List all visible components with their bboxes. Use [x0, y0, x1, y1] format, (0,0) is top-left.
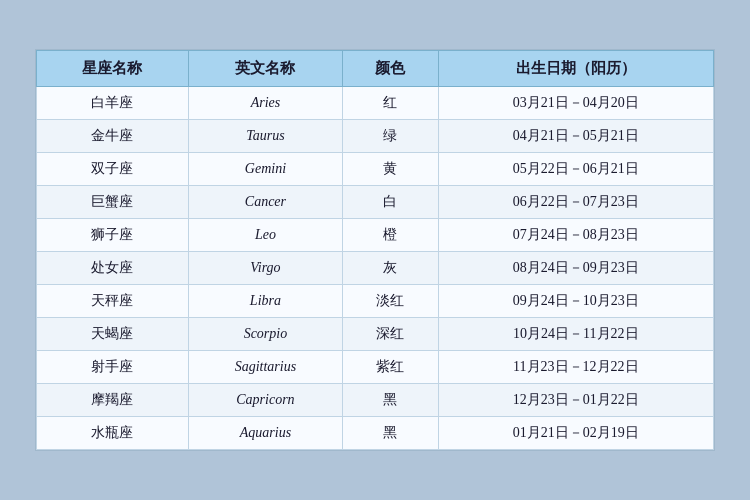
cell-dates: 11月23日－12月22日 — [438, 351, 713, 384]
table-row: 狮子座Leo橙07月24日－08月23日 — [37, 219, 714, 252]
cell-english-name: Sagittarius — [188, 351, 342, 384]
table-row: 双子座Gemini黄05月22日－06月21日 — [37, 153, 714, 186]
cell-color: 白 — [343, 186, 439, 219]
cell-chinese-name: 金牛座 — [37, 120, 189, 153]
cell-dates: 06月22日－07月23日 — [438, 186, 713, 219]
cell-chinese-name: 双子座 — [37, 153, 189, 186]
cell-dates: 10月24日－11月22日 — [438, 318, 713, 351]
cell-chinese-name: 射手座 — [37, 351, 189, 384]
table-row: 水瓶座Aquarius黑01月21日－02月19日 — [37, 417, 714, 450]
table-header-row: 星座名称 英文名称 颜色 出生日期（阳历） — [37, 51, 714, 87]
cell-english-name: Scorpio — [188, 318, 342, 351]
table-row: 摩羯座Capricorn黑12月23日－01月22日 — [37, 384, 714, 417]
cell-color: 淡红 — [343, 285, 439, 318]
header-dates: 出生日期（阳历） — [438, 51, 713, 87]
cell-chinese-name: 摩羯座 — [37, 384, 189, 417]
cell-chinese-name: 狮子座 — [37, 219, 189, 252]
cell-color: 灰 — [343, 252, 439, 285]
header-english-name: 英文名称 — [188, 51, 342, 87]
cell-dates: 08月24日－09月23日 — [438, 252, 713, 285]
table-row: 白羊座Aries红03月21日－04月20日 — [37, 87, 714, 120]
table-body: 白羊座Aries红03月21日－04月20日金牛座Taurus绿04月21日－0… — [37, 87, 714, 450]
cell-english-name: Leo — [188, 219, 342, 252]
table-row: 金牛座Taurus绿04月21日－05月21日 — [37, 120, 714, 153]
table-row: 巨蟹座Cancer白06月22日－07月23日 — [37, 186, 714, 219]
header-color: 颜色 — [343, 51, 439, 87]
cell-english-name: Virgo — [188, 252, 342, 285]
cell-dates: 05月22日－06月21日 — [438, 153, 713, 186]
header-chinese-name: 星座名称 — [37, 51, 189, 87]
table-row: 天秤座Libra淡红09月24日－10月23日 — [37, 285, 714, 318]
cell-english-name: Libra — [188, 285, 342, 318]
cell-color: 黑 — [343, 417, 439, 450]
cell-chinese-name: 水瓶座 — [37, 417, 189, 450]
cell-color: 黑 — [343, 384, 439, 417]
table-row: 射手座Sagittarius紫红11月23日－12月22日 — [37, 351, 714, 384]
cell-chinese-name: 白羊座 — [37, 87, 189, 120]
cell-chinese-name: 天蝎座 — [37, 318, 189, 351]
cell-dates: 04月21日－05月21日 — [438, 120, 713, 153]
cell-chinese-name: 处女座 — [37, 252, 189, 285]
cell-english-name: Capricorn — [188, 384, 342, 417]
cell-color: 黄 — [343, 153, 439, 186]
cell-dates: 12月23日－01月22日 — [438, 384, 713, 417]
cell-dates: 01月21日－02月19日 — [438, 417, 713, 450]
table-row: 天蝎座Scorpio深红10月24日－11月22日 — [37, 318, 714, 351]
cell-chinese-name: 天秤座 — [37, 285, 189, 318]
cell-english-name: Taurus — [188, 120, 342, 153]
cell-dates: 07月24日－08月23日 — [438, 219, 713, 252]
cell-english-name: Gemini — [188, 153, 342, 186]
cell-color: 紫红 — [343, 351, 439, 384]
cell-color: 深红 — [343, 318, 439, 351]
cell-color: 绿 — [343, 120, 439, 153]
cell-dates: 03月21日－04月20日 — [438, 87, 713, 120]
cell-color: 红 — [343, 87, 439, 120]
zodiac-table-container: 星座名称 英文名称 颜色 出生日期（阳历） 白羊座Aries红03月21日－04… — [35, 49, 715, 451]
cell-english-name: Aries — [188, 87, 342, 120]
cell-chinese-name: 巨蟹座 — [37, 186, 189, 219]
cell-english-name: Cancer — [188, 186, 342, 219]
zodiac-table: 星座名称 英文名称 颜色 出生日期（阳历） 白羊座Aries红03月21日－04… — [36, 50, 714, 450]
table-row: 处女座Virgo灰08月24日－09月23日 — [37, 252, 714, 285]
cell-color: 橙 — [343, 219, 439, 252]
cell-english-name: Aquarius — [188, 417, 342, 450]
cell-dates: 09月24日－10月23日 — [438, 285, 713, 318]
